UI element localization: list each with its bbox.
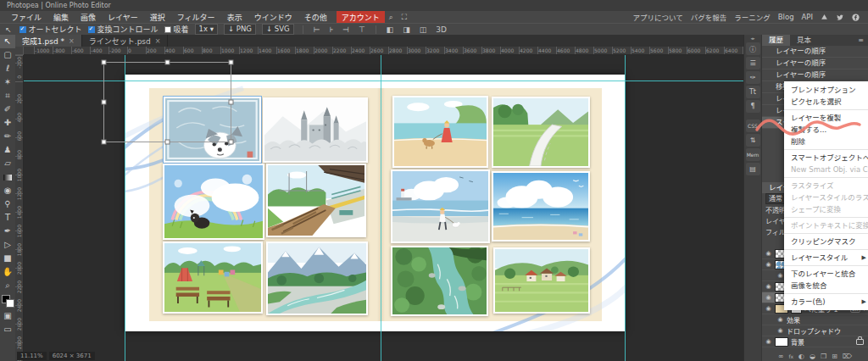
quick-mask-tool[interactable]: ▣ bbox=[0, 309, 15, 323]
gdrive-icon[interactable] bbox=[821, 14, 828, 20]
canvas-area[interactable] bbox=[24, 55, 743, 361]
collapse-panels-icon[interactable]: ◂▸ bbox=[750, 35, 754, 42]
menu-blend-options[interactable]: ブレンドオプション bbox=[784, 84, 868, 96]
transform-controls-option[interactable]: 変換コントロール bbox=[88, 24, 159, 35]
artwork-forest-river[interactable] bbox=[391, 246, 488, 316]
paragraph-panel-icon[interactable]: ¶ bbox=[746, 100, 760, 113]
hand-tool[interactable]: ✋ bbox=[0, 265, 15, 279]
3d-icon[interactable]: 3D bbox=[434, 25, 448, 34]
artwork-train-platform[interactable] bbox=[266, 164, 366, 237]
background-color[interactable] bbox=[6, 299, 14, 308]
lasso-tool[interactable]: ℓ bbox=[0, 62, 15, 75]
menu-merge-down[interactable]: 下のレイヤーと統合 bbox=[784, 268, 868, 280]
fullscreen-icon[interactable]: ⛶ bbox=[398, 13, 411, 22]
artwork-rainbow-puppy[interactable] bbox=[163, 164, 264, 240]
visibility-eye-icon[interactable]: ◉ bbox=[765, 261, 772, 269]
tool-panel-icon[interactable]: ⇅ bbox=[746, 134, 760, 147]
brush-panel-icon[interactable]: ✑ bbox=[746, 71, 760, 84]
pen-tool[interactable]: ✒ bbox=[0, 225, 15, 238]
marquee-select-tool[interactable]: ▢ bbox=[0, 48, 15, 62]
visibility-eye-icon[interactable]: ◉ bbox=[765, 338, 772, 346]
add-mask-icon[interactable]: ◐ bbox=[798, 353, 804, 360]
eyedropper-tool[interactable]: ✐ bbox=[0, 103, 15, 116]
artwork-castle-sketch[interactable] bbox=[263, 97, 368, 163]
visibility-eye-icon[interactable]: ◉ bbox=[765, 283, 772, 291]
visibility-eye-icon[interactable]: ◉ bbox=[765, 305, 772, 313]
scale-dropdown[interactable]: 1x ▾ bbox=[195, 24, 218, 35]
doc-icon-1[interactable]: ◧ bbox=[385, 25, 396, 34]
image-panel-icon[interactable]: ▤ bbox=[746, 163, 760, 175]
menu-file[interactable]: ファイル bbox=[5, 12, 47, 23]
dodge-tool[interactable]: ⚲ bbox=[0, 197, 15, 211]
character-panel-icon[interactable]: Tt bbox=[746, 86, 760, 98]
twitter-icon[interactable] bbox=[836, 14, 844, 21]
brush-tool[interactable]: ✏ bbox=[0, 130, 15, 143]
type-tool[interactable]: T bbox=[0, 211, 15, 225]
magic-wand-tool[interactable]: ✶ bbox=[0, 75, 15, 89]
color-swatches[interactable] bbox=[2, 295, 14, 307]
artwork-village-landscape[interactable] bbox=[493, 247, 590, 314]
shape-tool[interactable]: ■ bbox=[0, 252, 15, 265]
visibility-eye-icon[interactable]: ◉ bbox=[776, 272, 784, 280]
crop-tool[interactable]: ⌗ bbox=[0, 89, 15, 103]
menu-clipping-mask[interactable]: クリッピングマスク bbox=[784, 236, 868, 247]
drop-shadow-row[interactable]: ◉ ドロップシャドウ bbox=[762, 325, 868, 336]
auto-select-option[interactable]: オートセレクト bbox=[19, 24, 82, 35]
background-layer-row[interactable]: ◉ 背景 bbox=[762, 336, 868, 347]
delete-layer-icon[interactable]: ⌦ bbox=[843, 353, 852, 360]
path-select-tool[interactable]: ▷ bbox=[0, 238, 15, 252]
auto-select-checkbox[interactable] bbox=[19, 26, 26, 33]
facebook-icon[interactable] bbox=[852, 14, 860, 21]
menu-edit[interactable]: 編集 bbox=[47, 12, 75, 23]
search-icon[interactable]: ⌕ bbox=[385, 13, 398, 22]
artwork-beach-woman-dog[interactable] bbox=[392, 96, 488, 168]
gradient-tool[interactable] bbox=[0, 170, 15, 184]
adjustment-icon[interactable]: ◒ bbox=[810, 353, 815, 360]
link-layers-icon[interactable]: ∞ bbox=[778, 353, 784, 360]
css-panel-icon[interactable]: CSS bbox=[746, 119, 760, 132]
menu-select-pixels[interactable]: ピクセルを選択 bbox=[784, 96, 868, 108]
doc-icon-2[interactable]: ◨ bbox=[401, 25, 412, 34]
artwork-mountain-river[interactable] bbox=[266, 242, 368, 315]
doc-icon-3[interactable]: ◫ bbox=[418, 25, 429, 34]
menu-select[interactable]: 選択 bbox=[144, 12, 171, 23]
artwork-country-road[interactable] bbox=[492, 97, 590, 168]
menu-convert-smart-object[interactable]: スマートオブジェクトへの変換 bbox=[784, 152, 868, 164]
tab-history[interactable]: 履歴 bbox=[762, 35, 790, 46]
link-about[interactable]: アプリについて bbox=[632, 12, 682, 22]
menu-layer[interactable]: レイヤー bbox=[102, 12, 144, 23]
export-svg-button[interactable]: ↓ SVG bbox=[262, 24, 294, 35]
align-right-icon[interactable]: ⊣ bbox=[341, 25, 351, 34]
tab-swatches[interactable]: 見本 bbox=[790, 35, 818, 46]
visibility-eye-icon[interactable]: ◉ bbox=[765, 250, 772, 258]
account-button[interactable]: アカウント bbox=[337, 11, 385, 24]
blur-tool[interactable]: ◉ bbox=[0, 184, 15, 197]
menu-filter[interactable]: フィルター bbox=[171, 12, 221, 23]
info-panel-icon[interactable]: ⓘ bbox=[746, 42, 760, 55]
panel-menu-icon[interactable]: ≡ bbox=[858, 35, 868, 46]
visibility-eye-icon[interactable]: ◉ bbox=[776, 316, 784, 324]
align-center-icon[interactable]: ⊦ bbox=[327, 25, 335, 34]
memory-panel-ic[interactable]: Mem bbox=[746, 148, 760, 161]
layer-style-icon[interactable]: fx bbox=[788, 353, 793, 359]
artwork-beach-walk[interactable] bbox=[391, 169, 490, 243]
move-tool[interactable]: ↖ bbox=[0, 35, 15, 48]
properties-panel-icon[interactable]: ☰ bbox=[746, 57, 760, 69]
history-item[interactable]: レイヤーの順序 bbox=[762, 69, 868, 81]
visibility-eye-icon[interactable]: ◉ bbox=[765, 294, 772, 302]
menu-window[interactable]: ウインドウ bbox=[248, 12, 298, 23]
zoom-level[interactable]: 11.11% bbox=[17, 352, 47, 360]
snap-option[interactable]: 吸着 bbox=[164, 24, 189, 35]
align-left-icon[interactable]: ⊢ bbox=[312, 25, 322, 34]
menu-delete[interactable]: 削除 bbox=[784, 136, 868, 147]
history-item[interactable]: レイヤーの順序 bbox=[762, 58, 868, 69]
menu-layer-style[interactable]: レイヤースタイル ▶ bbox=[784, 252, 868, 264]
transform-controls-checkbox[interactable] bbox=[88, 26, 95, 33]
menu-view[interactable]: 表示 bbox=[221, 12, 248, 23]
link-learning[interactable]: ラーニング bbox=[734, 12, 771, 22]
close-tab-icon[interactable]: × bbox=[155, 37, 161, 45]
layer-effects-row[interactable]: ◉ 効果 bbox=[762, 314, 868, 325]
history-item[interactable]: レイヤーの順序 bbox=[762, 46, 868, 58]
visibility-eye-icon[interactable]: ◉ bbox=[776, 327, 784, 335]
link-blog[interactable]: Blog bbox=[778, 13, 794, 21]
